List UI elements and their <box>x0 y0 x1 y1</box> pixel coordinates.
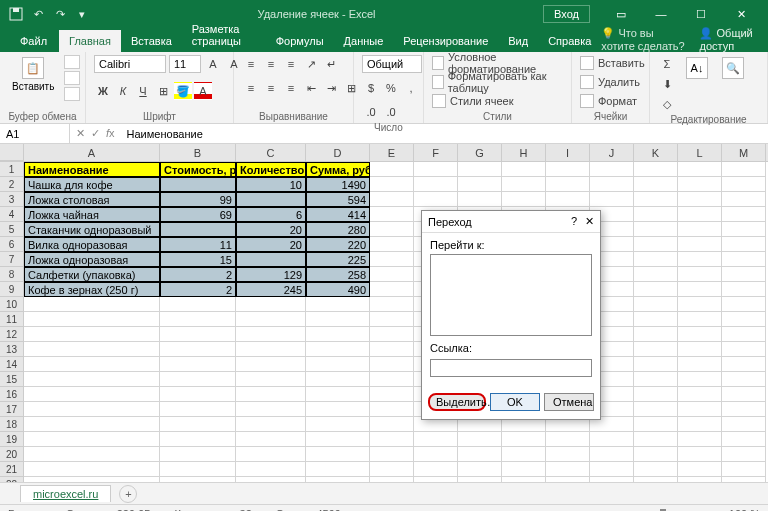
cell[interactable] <box>458 477 502 482</box>
cell[interactable] <box>634 207 678 222</box>
cell[interactable] <box>236 387 306 402</box>
col-header[interactable]: G <box>458 144 502 161</box>
row-header[interactable]: 14 <box>0 357 24 372</box>
cell[interactable] <box>24 387 160 402</box>
cell[interactable] <box>24 432 160 447</box>
cell[interactable] <box>546 432 590 447</box>
cell[interactable] <box>634 402 678 417</box>
cell[interactable] <box>160 312 236 327</box>
cell[interactable] <box>160 327 236 342</box>
align-top-icon[interactable]: ≡ <box>242 55 260 73</box>
cell[interactable] <box>722 402 766 417</box>
col-header[interactable]: L <box>678 144 722 161</box>
cells-insert[interactable]: Вставить <box>580 55 645 71</box>
cells-delete[interactable]: Удалить <box>580 74 640 90</box>
cell[interactable]: 2 <box>160 282 236 297</box>
cell[interactable] <box>414 477 458 482</box>
cell[interactable] <box>370 282 414 297</box>
cell[interactable] <box>590 192 634 207</box>
cell[interactable]: 1490 <box>306 177 370 192</box>
tab-home[interactable]: Главная <box>59 30 121 52</box>
cell[interactable]: 99 <box>160 192 236 207</box>
cell[interactable] <box>160 432 236 447</box>
cell[interactable] <box>678 357 722 372</box>
cell[interactable] <box>634 162 678 177</box>
cell[interactable]: 20 <box>236 222 306 237</box>
cell[interactable] <box>502 462 546 477</box>
cell[interactable] <box>678 252 722 267</box>
cell[interactable] <box>306 432 370 447</box>
sheet-tab[interactable]: microexcel.ru <box>20 485 111 502</box>
cell[interactable] <box>24 477 160 482</box>
cell[interactable] <box>306 477 370 482</box>
decrease-decimal-icon[interactable]: .0 <box>382 103 400 121</box>
cell[interactable] <box>634 252 678 267</box>
cell[interactable] <box>370 477 414 482</box>
col-header[interactable]: I <box>546 144 590 161</box>
cell[interactable] <box>634 477 678 482</box>
align-left-icon[interactable]: ≡ <box>242 79 260 97</box>
row-header[interactable]: 3 <box>0 192 24 207</box>
cell[interactable]: Стоимость, руб. <box>160 162 236 177</box>
cell[interactable] <box>634 237 678 252</box>
cell[interactable] <box>370 297 414 312</box>
cell[interactable] <box>590 177 634 192</box>
cell[interactable] <box>24 462 160 477</box>
cell[interactable] <box>24 297 160 312</box>
cell[interactable]: 11 <box>160 237 236 252</box>
cell[interactable] <box>414 462 458 477</box>
cut-icon[interactable] <box>64 55 80 69</box>
row-header[interactable]: 10 <box>0 297 24 312</box>
cell[interactable] <box>24 447 160 462</box>
cancel-button[interactable]: Отмена <box>544 393 594 411</box>
cell[interactable] <box>634 387 678 402</box>
cell[interactable] <box>634 342 678 357</box>
cell[interactable] <box>678 432 722 447</box>
cell[interactable] <box>678 342 722 357</box>
cell[interactable] <box>590 432 634 447</box>
bold-icon[interactable]: Ж <box>94 82 112 100</box>
cell[interactable] <box>236 372 306 387</box>
tab-file[interactable]: Файл <box>8 30 59 52</box>
row-header[interactable]: 13 <box>0 342 24 357</box>
login-button[interactable]: Вход <box>543 5 590 23</box>
cell[interactable] <box>236 192 306 207</box>
border-icon[interactable]: ⊞ <box>154 82 172 100</box>
cell[interactable] <box>236 417 306 432</box>
cell[interactable]: Кофе в зернах (250 г) <box>24 282 160 297</box>
wrap-text-icon[interactable]: ↵ <box>322 55 340 73</box>
orientation-icon[interactable]: ↗ <box>302 55 320 73</box>
cell[interactable]: 69 <box>160 207 236 222</box>
row-header[interactable]: 2 <box>0 177 24 192</box>
cell[interactable] <box>634 357 678 372</box>
cell[interactable] <box>502 177 546 192</box>
cell[interactable] <box>722 162 766 177</box>
dialog-help-icon[interactable]: ? <box>571 215 577 228</box>
row-header[interactable]: 21 <box>0 462 24 477</box>
select-special-button[interactable]: Выделить… <box>428 393 486 411</box>
fx-icon[interactable]: fx <box>106 127 115 140</box>
cell[interactable] <box>160 387 236 402</box>
cell[interactable] <box>722 282 766 297</box>
cell[interactable] <box>236 312 306 327</box>
cell[interactable]: 258 <box>306 267 370 282</box>
cell[interactable] <box>722 417 766 432</box>
row-header[interactable]: 5 <box>0 222 24 237</box>
row-header[interactable]: 22 <box>0 477 24 482</box>
row-header[interactable]: 18 <box>0 417 24 432</box>
share-button[interactable]: 👤 Общий доступ <box>699 27 756 52</box>
align-bottom-icon[interactable]: ≡ <box>282 55 300 73</box>
cell[interactable] <box>370 402 414 417</box>
comma-icon[interactable]: , <box>402 79 420 97</box>
cell[interactable] <box>722 327 766 342</box>
cell[interactable]: 2 <box>160 267 236 282</box>
col-header[interactable]: A <box>24 144 160 161</box>
cell[interactable] <box>236 342 306 357</box>
format-painter-icon[interactable] <box>64 87 80 101</box>
cell[interactable] <box>678 327 722 342</box>
cell[interactable] <box>458 447 502 462</box>
tab-formulas[interactable]: Формулы <box>266 30 334 52</box>
cell[interactable] <box>634 312 678 327</box>
cell[interactable] <box>722 192 766 207</box>
cell[interactable] <box>546 477 590 482</box>
